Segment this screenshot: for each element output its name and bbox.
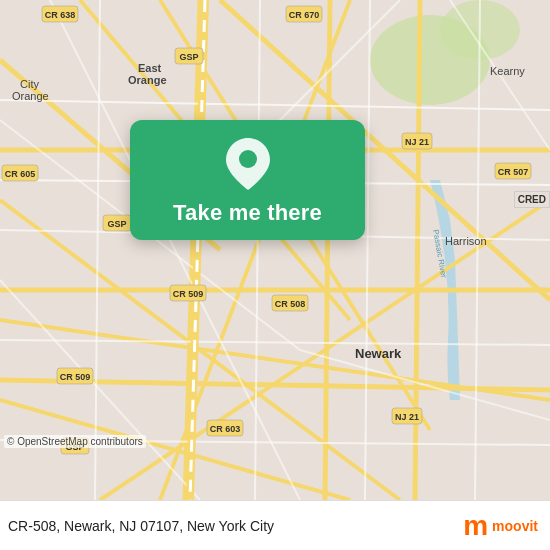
svg-text:GSP: GSP [179, 52, 198, 62]
svg-text:CR 605: CR 605 [5, 169, 36, 179]
svg-text:NJ 21: NJ 21 [405, 137, 429, 147]
map-svg: CR 638 CR 670 GSP GSP NJ 21 CR 507 CR 60… [0, 0, 550, 500]
cred-badge: CRED [514, 191, 550, 208]
svg-text:City: City [20, 78, 39, 90]
svg-text:CR 509: CR 509 [173, 289, 204, 299]
svg-text:GSP: GSP [107, 219, 126, 229]
svg-text:NJ 21: NJ 21 [395, 412, 419, 422]
svg-text:Orange: Orange [128, 74, 167, 86]
svg-text:Newark: Newark [355, 346, 402, 361]
svg-text:Orange: Orange [12, 90, 49, 102]
moovit-logo[interactable]: m moovit [463, 512, 538, 540]
svg-text:Kearny: Kearny [490, 65, 525, 77]
svg-text:CR 603: CR 603 [210, 424, 241, 434]
svg-text:CR 638: CR 638 [45, 10, 76, 20]
moovit-m-icon: m [463, 512, 488, 540]
osm-credit[interactable]: © OpenStreetMap contributors [4, 435, 146, 448]
moovit-wordmark: moovit [492, 518, 538, 534]
take-me-there-button[interactable]: Take me there [173, 200, 322, 226]
svg-text:East: East [138, 62, 162, 74]
svg-text:CR 508: CR 508 [275, 299, 306, 309]
svg-text:Harrison: Harrison [445, 235, 487, 247]
svg-text:CR 670: CR 670 [289, 10, 320, 20]
svg-text:CR 507: CR 507 [498, 167, 529, 177]
location-pin-icon [226, 138, 270, 190]
svg-point-69 [239, 150, 257, 168]
address-text: CR-508, Newark, NJ 07107, New York City [8, 518, 274, 534]
map-container: CR 638 CR 670 GSP GSP NJ 21 CR 507 CR 60… [0, 0, 550, 500]
bottom-bar: CR-508, Newark, NJ 07107, New York City … [0, 500, 550, 550]
action-card[interactable]: Take me there [130, 120, 365, 240]
svg-text:CR 509: CR 509 [60, 372, 91, 382]
